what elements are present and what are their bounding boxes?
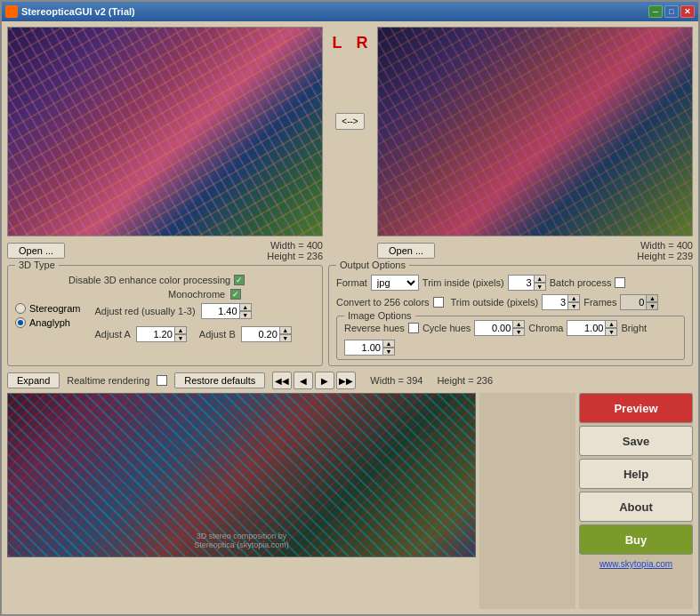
- nav-next-button[interactable]: ▶: [315, 372, 334, 389]
- trim-outside-down[interactable]: ▼: [567, 302, 580, 310]
- adjust-red-up[interactable]: ▲: [239, 303, 252, 311]
- trim-outside-spin: ▲ ▼: [567, 294, 580, 310]
- top-section: Open ... Width = 400 Height = 236 L R <-…: [7, 27, 693, 261]
- lr-labels: L R: [333, 34, 368, 52]
- right-image-controls: Open ... Width = 400 Height = 239: [377, 240, 693, 261]
- format-label: Format: [336, 277, 367, 288]
- title-bar: StereopticaGUI v2 (Trial) ─ □ ✕: [2, 2, 698, 21]
- restore-defaults-button[interactable]: Restore defaults: [174, 372, 265, 388]
- frames-label: Frames: [583, 297, 616, 308]
- right-open-button[interactable]: Open ...: [377, 243, 435, 259]
- image-opts-row: Reverse hues Cycle hues ▲ ▼ Chroma: [344, 320, 677, 356]
- adjust-b-label: Adjust B: [199, 329, 236, 340]
- help-button[interactable]: Help: [579, 459, 693, 489]
- nav-first-button[interactable]: ◀◀: [272, 372, 292, 389]
- adjust-red-input[interactable]: [201, 303, 240, 319]
- preview-button[interactable]: Preview: [579, 393, 693, 423]
- realtime-checkbox[interactable]: [157, 375, 167, 386]
- nav-prev-button[interactable]: ◀: [294, 372, 313, 389]
- cycle-hues-input[interactable]: [474, 320, 513, 336]
- reverse-hues-label: Reverse hues: [344, 323, 405, 333]
- adjust-ab-row: Adjust A ▲ ▼ Adjust B: [94, 326, 291, 342]
- reverse-hues-checkbox[interactable]: [408, 323, 419, 333]
- preview-height-label: Height = 236: [437, 375, 493, 386]
- title-bar-left: StereopticaGUI v2 (Trial): [5, 5, 135, 18]
- main-window: StereopticaGUI v2 (Trial) ─ □ ✕ Open ...…: [0, 0, 700, 616]
- format-select[interactable]: jpg png bmp: [371, 275, 419, 291]
- trim-inside-up[interactable]: ▲: [534, 275, 546, 283]
- watermark-line2: Stereoptica (skytopia.com): [194, 540, 289, 549]
- stereogram-radio[interactable]: [15, 303, 26, 314]
- watermark-line1: 3D stereo composition by: [194, 532, 289, 540]
- adjust-red-down[interactable]: ▼: [239, 311, 252, 319]
- skytopia-link[interactable]: www.skytopia.com: [579, 559, 693, 569]
- left-image-panel: Open ... Width = 400 Height = 236: [7, 27, 323, 261]
- right-image-panel: Open ... Width = 400 Height = 239: [377, 27, 693, 261]
- bottom-toolbar: Expand Realtime rendering Restore defaul…: [7, 372, 693, 389]
- nav-last-button[interactable]: ▶▶: [336, 372, 356, 389]
- mono-row: Monochrome: [168, 289, 315, 300]
- left-open-button[interactable]: Open ...: [7, 243, 65, 259]
- bright-up[interactable]: ▲: [382, 340, 395, 348]
- expand-button[interactable]: Expand: [7, 372, 60, 388]
- adjust-b-spinbox: ▲ ▼: [241, 326, 292, 342]
- adjust-b-input[interactable]: [241, 326, 280, 342]
- frames-up[interactable]: ▲: [646, 294, 658, 302]
- chroma-down[interactable]: ▼: [605, 328, 617, 336]
- cycle-hues-label: Cycle hues: [422, 323, 471, 333]
- cycle-hues-up[interactable]: ▲: [512, 320, 525, 328]
- minimize-button[interactable]: ─: [648, 5, 663, 18]
- frames-input[interactable]: [620, 294, 647, 310]
- bright-input[interactable]: [344, 340, 383, 356]
- about-button[interactable]: About: [579, 492, 693, 522]
- adjust-red-spinbox: ▲ ▼: [201, 303, 252, 319]
- buy-button[interactable]: Buy: [579, 524, 693, 555]
- left-width-label: Width = 400: [267, 240, 323, 251]
- trim-outside-up[interactable]: ▲: [567, 294, 580, 302]
- anaglyph-label: Anaglyph: [29, 317, 70, 328]
- adjust-area: Adjust red (usually 1-3) ▲ ▼ Adjust A: [94, 303, 291, 346]
- adjust-b-down[interactable]: ▼: [279, 334, 292, 342]
- main-content: Open ... Width = 400 Height = 236 L R <-…: [2, 21, 698, 614]
- batch-checkbox[interactable]: [615, 277, 625, 288]
- anaglyph-radio-item: Anaglyph: [15, 317, 80, 328]
- disable-checkbox[interactable]: [234, 275, 245, 285]
- left-image-canvas: [7, 27, 323, 236]
- output-panel-label: Output Options: [336, 260, 409, 270]
- maximize-button[interactable]: □: [664, 5, 679, 18]
- bright-spinbox: ▲ ▼: [344, 340, 395, 356]
- adjust-red-spin: ▲ ▼: [239, 303, 252, 319]
- adjust-a-input[interactable]: [136, 326, 175, 342]
- swap-button[interactable]: <-->: [335, 113, 364, 130]
- cycle-hues-spinbox: ▲ ▼: [474, 320, 525, 336]
- close-button[interactable]: ✕: [680, 5, 695, 18]
- radio-group: Stereogram Anaglyph: [15, 303, 80, 346]
- adjust-a-up[interactable]: ▲: [174, 326, 187, 334]
- realtime-area: Realtime rendering: [67, 375, 167, 386]
- bright-down[interactable]: ▼: [382, 348, 395, 356]
- gray-area: [479, 393, 575, 609]
- right-height-label: Height = 239: [637, 251, 693, 261]
- mono-checkbox[interactable]: [230, 289, 241, 300]
- convert-checkbox[interactable]: [433, 297, 444, 308]
- trim-inside-down[interactable]: ▼: [534, 283, 546, 291]
- left-image-controls: Open ... Width = 400 Height = 236: [7, 240, 323, 261]
- anaglyph-radio[interactable]: [15, 317, 26, 328]
- cycle-hues-down[interactable]: ▼: [512, 328, 525, 336]
- trim-outside-input[interactable]: [542, 294, 568, 310]
- chroma-spinbox: ▲ ▼: [567, 320, 617, 336]
- image-opts-panel-label: Image Options: [344, 310, 415, 321]
- convert-label: Convert to 256 colors: [336, 297, 430, 308]
- save-button[interactable]: Save: [579, 426, 693, 456]
- preview-canvas: 3D stereo composition by Stereoptica (sk…: [7, 393, 476, 557]
- adjust-b-up[interactable]: ▲: [279, 326, 292, 334]
- panel-3d-type: 3D Type Disable 3D enhance color process…: [7, 265, 323, 366]
- preview-section: 3D stereo composition by Stereoptica (sk…: [7, 393, 693, 609]
- frames-down[interactable]: ▼: [646, 302, 658, 310]
- trim-inside-spinbox: ▲ ▼: [508, 275, 546, 291]
- chroma-input[interactable]: [567, 320, 606, 336]
- right-width-label: Width = 400: [637, 240, 693, 251]
- adjust-a-down[interactable]: ▼: [174, 334, 187, 342]
- trim-inside-input[interactable]: [508, 275, 535, 291]
- chroma-up[interactable]: ▲: [605, 320, 617, 328]
